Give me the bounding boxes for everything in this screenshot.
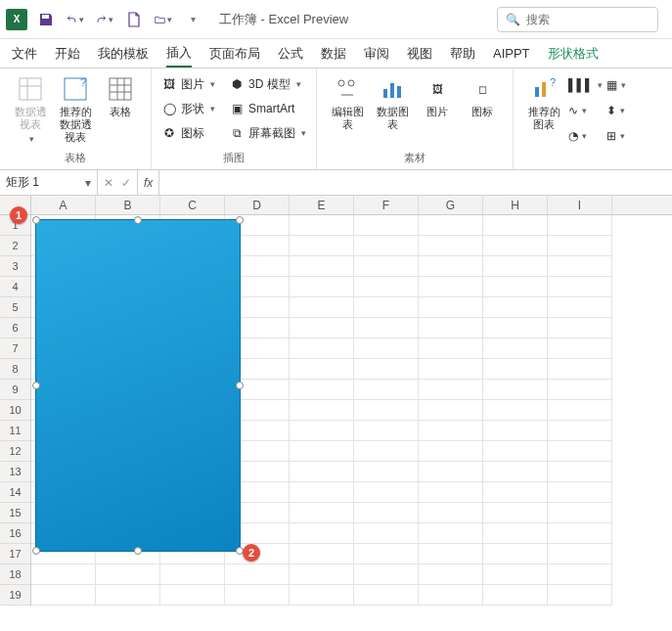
cell[interactable] xyxy=(31,585,96,606)
shapes-button[interactable]: ◯形状▾ xyxy=(159,97,217,120)
row-header-5[interactable]: 5 xyxy=(0,297,30,318)
row-header-16[interactable]: 16 xyxy=(0,523,30,544)
cell[interactable] xyxy=(419,338,483,359)
cell[interactable] xyxy=(548,297,612,318)
cell[interactable] xyxy=(354,421,419,441)
resize-handle-tl[interactable] xyxy=(32,216,40,224)
cell[interactable] xyxy=(354,503,419,523)
cell[interactable] xyxy=(354,564,419,585)
cell[interactable] xyxy=(290,564,354,585)
material-icon-button[interactable]: ◻ 图标 xyxy=(460,72,505,120)
cell[interactable] xyxy=(419,277,483,297)
col-header-C[interactable]: C xyxy=(160,196,225,214)
tab-view[interactable]: 视图 xyxy=(407,41,432,67)
undo-button[interactable]: ▾ xyxy=(67,11,84,28)
cell[interactable] xyxy=(96,564,160,585)
cell[interactable] xyxy=(354,523,419,544)
cell[interactable] xyxy=(290,256,354,277)
redo-button[interactable]: ▾ xyxy=(96,11,113,28)
tab-templates[interactable]: 我的模板 xyxy=(98,41,149,67)
col-header-H[interactable]: H xyxy=(483,196,548,214)
cell[interactable] xyxy=(483,421,548,441)
chevron-down-icon[interactable]: ▾ xyxy=(85,176,91,190)
cell[interactable] xyxy=(419,359,483,380)
row-header-6[interactable]: 6 xyxy=(0,318,30,338)
cell[interactable] xyxy=(160,564,225,585)
cell[interactable] xyxy=(354,482,419,503)
tab-insert[interactable]: 插入 xyxy=(166,40,192,68)
tab-data[interactable]: 数据 xyxy=(321,41,346,67)
name-box[interactable]: 矩形 1 ▾ xyxy=(0,170,98,195)
col-header-D[interactable]: D xyxy=(225,196,290,214)
col-header-F[interactable]: F xyxy=(354,196,419,214)
formula-input[interactable] xyxy=(159,170,672,195)
resize-handle-tm[interactable] xyxy=(134,216,142,224)
cell[interactable] xyxy=(419,441,483,462)
cell[interactable] xyxy=(354,236,419,256)
edit-chart-button[interactable]: 编辑图表 xyxy=(325,72,370,133)
resize-handle-bm[interactable] xyxy=(134,547,142,555)
cell[interactable] xyxy=(290,215,354,236)
cell[interactable] xyxy=(354,277,419,297)
row-header-9[interactable]: 9 xyxy=(0,380,30,400)
row-header-17[interactable]: 17 xyxy=(0,544,30,564)
icons-button[interactable]: ✪图标 xyxy=(159,121,217,145)
3d-model-button[interactable]: ⬢3D 模型▾ xyxy=(227,72,308,96)
cell[interactable] xyxy=(290,277,354,297)
cell[interactable] xyxy=(354,359,419,380)
pie-chart-button[interactable]: ◔▾ xyxy=(568,125,603,147)
line-chart-button[interactable]: ∿▾ xyxy=(568,100,603,121)
row-header-3[interactable]: 3 xyxy=(0,256,30,277)
treemap-chart-button[interactable]: ▦▾ xyxy=(606,74,626,96)
cell[interactable] xyxy=(419,482,483,503)
cell[interactable] xyxy=(483,441,548,462)
col-header-G[interactable]: G xyxy=(419,196,483,214)
tab-home[interactable]: 开始 xyxy=(55,41,80,67)
cell[interactable] xyxy=(354,544,419,564)
cell[interactable] xyxy=(548,338,612,359)
row-header-7[interactable]: 7 xyxy=(0,338,30,359)
row-header-14[interactable]: 14 xyxy=(0,482,30,503)
cell[interactable] xyxy=(548,503,612,523)
cell[interactable] xyxy=(548,359,612,380)
cell[interactable] xyxy=(419,462,483,482)
cell[interactable] xyxy=(483,256,548,277)
cell[interactable] xyxy=(483,297,548,318)
cell[interactable] xyxy=(483,585,548,606)
cell[interactable] xyxy=(290,297,354,318)
row-header-10[interactable]: 10 xyxy=(0,400,30,421)
cell[interactable] xyxy=(548,318,612,338)
cell[interactable] xyxy=(354,585,419,606)
cell[interactable] xyxy=(354,462,419,482)
cell[interactable] xyxy=(290,338,354,359)
cell[interactable] xyxy=(354,338,419,359)
cell[interactable] xyxy=(548,380,612,400)
table-button[interactable]: 表格 xyxy=(98,72,143,120)
cell[interactable] xyxy=(483,503,548,523)
cell[interactable] xyxy=(290,421,354,441)
row-header-12[interactable]: 12 xyxy=(0,441,30,462)
cell[interactable] xyxy=(548,400,612,421)
cell[interactable] xyxy=(548,215,612,236)
pivot-table-button[interactable]: 数据透视表▾ xyxy=(8,72,53,148)
cell[interactable] xyxy=(290,503,354,523)
cell[interactable] xyxy=(354,256,419,277)
cell[interactable] xyxy=(483,359,548,380)
col-header-A[interactable]: A xyxy=(31,196,96,214)
cell[interactable] xyxy=(419,503,483,523)
tab-file[interactable]: 文件 xyxy=(12,41,37,67)
cell[interactable] xyxy=(548,462,612,482)
boxplot-button[interactable]: ⊞▾ xyxy=(606,125,626,147)
cell[interactable] xyxy=(290,400,354,421)
cell[interactable] xyxy=(548,256,612,277)
pictures-button[interactable]: 🖼图片▾ xyxy=(159,72,217,96)
formula-accept-icon[interactable]: ✓ xyxy=(119,176,133,190)
recommended-pivot-button[interactable]: ? 推荐的数据透视表 xyxy=(53,72,98,146)
cell[interactable] xyxy=(31,564,96,585)
cell[interactable] xyxy=(160,585,225,606)
resize-handle-bl[interactable] xyxy=(32,547,40,555)
material-picture-button[interactable]: 🖼 图片 xyxy=(415,72,460,120)
cell[interactable] xyxy=(290,544,354,564)
cell[interactable] xyxy=(419,421,483,441)
cell[interactable] xyxy=(354,297,419,318)
